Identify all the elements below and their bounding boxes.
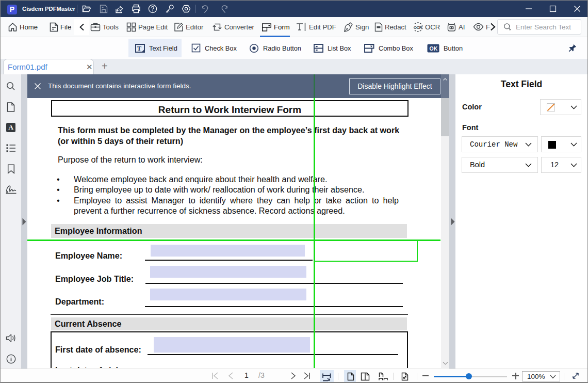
svg-text:T: T <box>137 44 142 52</box>
svg-text:OCR: OCR <box>414 25 422 29</box>
svg-text:OK: OK <box>430 45 438 51</box>
